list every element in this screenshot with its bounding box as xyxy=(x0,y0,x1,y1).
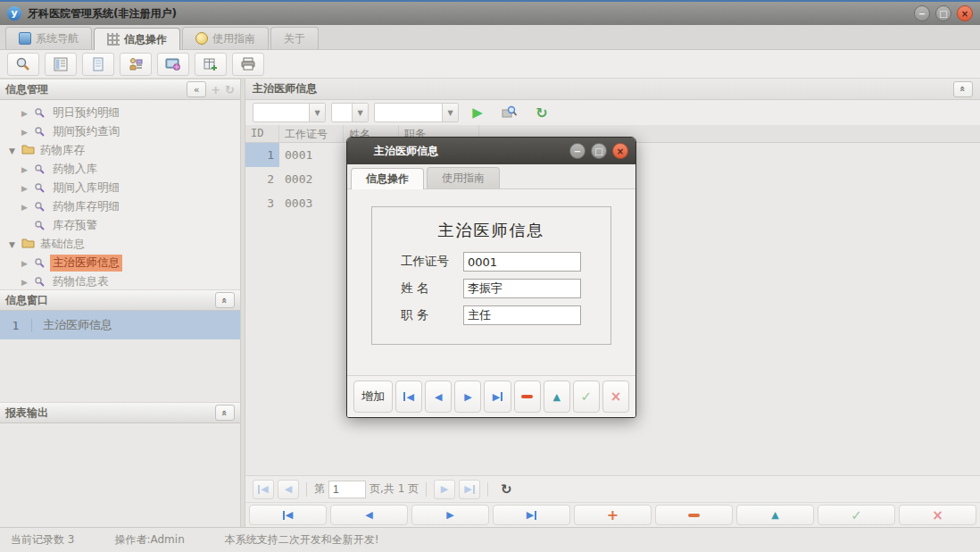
tree-item-drug-info-table[interactable]: ▶ 药物信息表 xyxy=(0,272,240,289)
expand-arrow-icon[interactable]: ▶ xyxy=(21,165,34,174)
dialog-maximize-button[interactable]: □ xyxy=(591,143,607,159)
printer-button[interactable] xyxy=(232,53,264,76)
prev-page-button[interactable]: ◀ xyxy=(278,480,299,499)
tree-item-label: 药物入库 xyxy=(50,161,100,178)
tree-item-stock-warning[interactable]: 库存预警 xyxy=(0,216,240,235)
tab-system-nav[interactable]: 系统导航 xyxy=(5,27,92,49)
expand-arrow-icon[interactable]: ▶ xyxy=(21,278,34,287)
check-icon: ✓ xyxy=(851,507,862,523)
next-page-button[interactable]: ▶ xyxy=(434,480,455,499)
dialog-tab-user-guide[interactable]: 使用指南 xyxy=(427,167,500,188)
tree-item-drug-inbound[interactable]: ▶ 药物入库 xyxy=(0,160,240,179)
expand-arrow-icon[interactable]: ▶ xyxy=(21,259,34,268)
ribbon-tab-bar: 系统导航 信息操作 使用指南 关于 xyxy=(0,25,980,50)
filter-button[interactable] xyxy=(496,102,523,123)
run-query-button[interactable]: ▶ xyxy=(464,102,491,123)
tree-item-period-inbound-detail[interactable]: ▶ 期间入库明细 xyxy=(0,179,240,197)
record-last-button[interactable]: ▶ xyxy=(493,505,570,525)
tree-item-attending-doctor-info[interactable]: ▶ 主治医师信息 xyxy=(0,254,240,272)
tab-user-guide[interactable]: 使用指南 xyxy=(182,27,269,49)
expand-arrow-icon[interactable]: ▶ xyxy=(21,109,34,118)
record-add-button[interactable]: + xyxy=(574,505,652,525)
record-edit-button[interactable]: ▲ xyxy=(736,505,814,525)
record-next-button[interactable]: ▶ xyxy=(411,505,489,525)
dialog-next-button[interactable]: ▶ xyxy=(454,381,481,413)
expand-arrow-icon[interactable]: ▶ xyxy=(21,203,34,212)
chevron-down-icon: ▼ xyxy=(309,104,325,121)
table-add-button[interactable] xyxy=(195,53,227,76)
record-confirm-button[interactable]: ✓ xyxy=(818,505,895,525)
tree-item-tomorrow-appointments[interactable]: ▶ 明日预约明细 xyxy=(0,104,240,122)
dialog-tab-info-operation[interactable]: 信息操作 xyxy=(351,168,424,189)
monitor-globe-button[interactable] xyxy=(157,53,189,76)
form-title: 主治医师信息 xyxy=(372,220,610,241)
user-settings-button[interactable] xyxy=(120,53,152,76)
tree-leaf-icon xyxy=(34,181,50,196)
folder-icon xyxy=(21,144,37,157)
dialog-cancel-button[interactable]: × xyxy=(602,381,629,413)
collapse-arrow-icon[interactable]: ▼ xyxy=(9,146,21,155)
check-icon: ✓ xyxy=(581,389,593,405)
tree-item-drug-stock-detail[interactable]: ▶ 药物库存明细 xyxy=(0,197,240,216)
record-cancel-button[interactable]: × xyxy=(899,505,976,525)
column-header-code[interactable]: 工作证号 xyxy=(279,125,344,142)
record-first-button[interactable]: ◀ xyxy=(249,505,327,525)
refresh-pager-button[interactable]: ↻ xyxy=(501,481,512,498)
app-window: y 牙科医院管理系统(非注册用户) − □ × 系统导航 信息操作 使用指南 关… xyxy=(0,0,980,552)
expand-arrow-icon[interactable]: ▶ xyxy=(21,128,34,137)
chevron-down-icon: ▼ xyxy=(442,104,458,121)
tab-info-operation[interactable]: 信息操作 xyxy=(94,28,180,50)
collapse-left-button[interactable]: « xyxy=(187,81,206,97)
document-icon xyxy=(91,57,105,71)
form-view-button[interactable] xyxy=(45,53,77,76)
window-title: 牙科医院管理系统(非注册用户) xyxy=(28,6,914,21)
last-page-button[interactable]: ▶ xyxy=(459,480,480,499)
record-prev-button[interactable]: ◀ xyxy=(330,505,408,525)
name-field[interactable] xyxy=(463,279,581,298)
page-label-prefix: 第 xyxy=(314,481,325,497)
tree-folder-drug-stock[interactable]: ▼ 药物库存 xyxy=(0,141,240,160)
search-button[interactable] xyxy=(7,53,39,76)
dialog-prev-button[interactable]: ◀ xyxy=(425,381,452,413)
work-id-field[interactable] xyxy=(463,252,581,272)
minimize-button[interactable]: − xyxy=(914,5,930,21)
page-number-input[interactable] xyxy=(328,481,366,498)
refresh-icon: ↻ xyxy=(536,105,547,121)
first-page-button[interactable]: ◀ xyxy=(253,480,274,499)
refresh-grid-button[interactable]: ↻ xyxy=(528,102,555,123)
column-header-id[interactable]: ID xyxy=(245,125,279,142)
operator-select[interactable]: ▼ xyxy=(331,103,369,122)
dialog-edit-button[interactable]: ▲ xyxy=(544,381,570,413)
collapse-main-panel-button[interactable]: « xyxy=(953,81,973,97)
info-window-row[interactable]: 1 主治医师信息 xyxy=(0,311,240,339)
dialog-minimize-button[interactable]: − xyxy=(569,143,586,159)
dialog-first-button[interactable]: ◀ xyxy=(395,381,422,413)
maximize-button[interactable]: □ xyxy=(935,5,951,21)
record-delete-button[interactable] xyxy=(655,505,733,525)
dialog-confirm-button[interactable]: ✓ xyxy=(573,381,600,413)
main-toolbar xyxy=(0,50,980,79)
operator-text: 操作者:Admin xyxy=(114,532,184,548)
position-label: 职 务 xyxy=(401,307,463,323)
add-record-button[interactable]: 增加 xyxy=(353,381,393,413)
expand-arrow-icon[interactable]: ▶ xyxy=(21,184,34,193)
app-logo-icon: y xyxy=(7,6,21,21)
tree-folder-basic-info[interactable]: ▼ 基础信息 xyxy=(0,235,240,254)
next-page-icon: ▶ xyxy=(441,484,448,494)
dialog-close-button[interactable]: × xyxy=(612,143,628,159)
collapse-panel-button[interactable]: « xyxy=(215,405,235,421)
dialog-body: 主治医师信息 工作证号 姓 名 职 务 xyxy=(347,189,635,375)
position-field[interactable] xyxy=(463,305,581,325)
tab-about[interactable]: 关于 xyxy=(270,27,319,49)
tree-item-period-appointment-query[interactable]: ▶ 期间预约查询 xyxy=(0,122,240,141)
dialog-delete-button[interactable] xyxy=(514,381,541,413)
close-button[interactable]: × xyxy=(957,5,973,21)
field-select[interactable]: ▼ xyxy=(253,103,326,122)
dialog-last-button[interactable]: ▶ xyxy=(484,381,511,413)
document-button[interactable] xyxy=(82,53,114,76)
info-window-header: 信息窗口 « xyxy=(0,289,240,311)
collapse-arrow-icon[interactable]: ▼ xyxy=(9,240,21,249)
x-icon: × xyxy=(932,507,943,523)
value-select[interactable]: ▼ xyxy=(374,103,459,122)
collapse-panel-button[interactable]: « xyxy=(215,292,235,308)
